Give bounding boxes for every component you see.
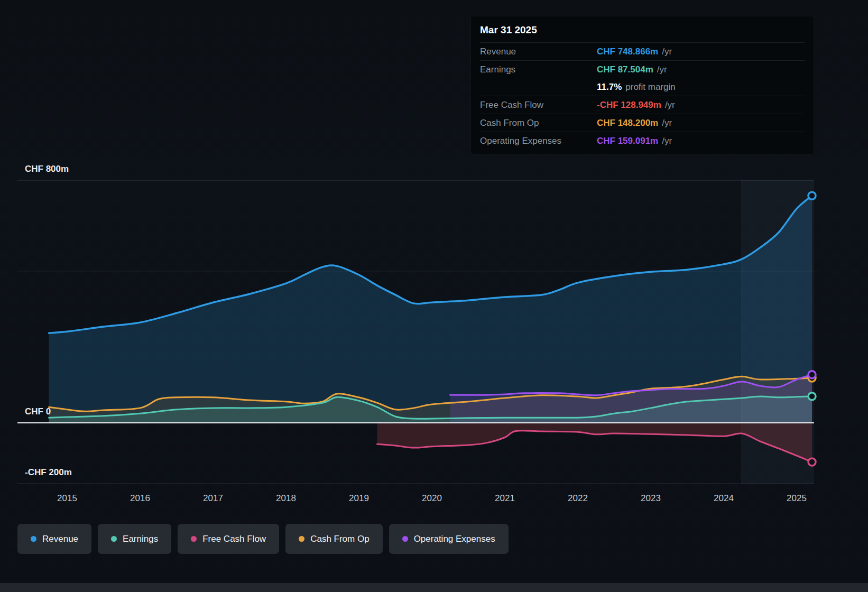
x-axis-tick: 2022 (568, 493, 588, 503)
earnings-end-marker (808, 393, 816, 400)
x-axis-tick: 2020 (422, 493, 442, 503)
y-axis-label: CHF 800m (25, 164, 69, 174)
legend-item-revenue[interactable]: Revenue (17, 524, 91, 554)
x-axis-tick: 2021 (495, 493, 515, 503)
legend-item-free-cash-flow[interactable]: Free Cash Flow (178, 524, 279, 554)
tooltip-suffix: /yr (662, 47, 672, 57)
chart-tooltip: Mar 31 2025 Revenue CHF 748.866m/yr Earn… (470, 16, 814, 154)
page-root: { "tooltip": { "date": "Mar 31 2025", "r… (0, 0, 868, 592)
tooltip-value: 11.7% (597, 82, 622, 92)
x-axis-tick: 2019 (349, 493, 369, 503)
tooltip-row-free-cash-flow: Free Cash Flow -CHF 128.949m/yr (480, 96, 805, 114)
x-axis-tick: 2015 (57, 493, 77, 503)
tooltip-value: CHF 159.091m (597, 136, 658, 146)
operating-expenses-dot-icon (402, 536, 408, 542)
tooltip-label: Revenue (480, 47, 597, 57)
tooltip-row-revenue: Revenue CHF 748.866m/yr (480, 42, 805, 60)
tooltip-label: Cash From Op (480, 118, 597, 128)
revenue-dot-icon (31, 536, 36, 542)
free-cash-flow-dot-icon (191, 536, 197, 542)
tooltip-suffix: /yr (665, 100, 675, 110)
operating-expenses-end-marker (808, 371, 816, 378)
tooltip-suffix: /yr (657, 64, 667, 75)
legend-item-earnings[interactable]: Earnings (98, 524, 171, 554)
tooltip-value: -CHF 128.949m (597, 100, 661, 110)
tooltip-label: Operating Expenses (480, 136, 597, 146)
tooltip-label: Free Cash Flow (480, 100, 597, 110)
free-cash-flow-end-marker (808, 458, 816, 466)
tooltip-row-earnings: Earnings CHF 87.504m/yr (480, 60, 805, 78)
tooltip-row-cash-from-op: Cash From Op CHF 148.200m/yr (480, 114, 805, 132)
legend-item-operating-expenses[interactable]: Operating Expenses (389, 524, 509, 554)
earnings-dot-icon (111, 536, 117, 542)
tooltip-value: CHF 87.504m (597, 64, 653, 75)
cash-from-op-dot-icon (299, 536, 304, 542)
legend-item-label: Revenue (42, 534, 78, 544)
x-axis-tick: 2024 (714, 493, 734, 503)
tooltip-row-operating-expenses: Operating Expenses CHF 159.091m/yr (480, 132, 805, 150)
x-axis-tick: 2016 (130, 493, 150, 503)
chart-legend: Revenue Earnings Free Cash Flow Cash Fro… (17, 524, 509, 554)
legend-item-label: Cash From Op (310, 534, 369, 544)
y-axis-label: CHF 0 (25, 406, 51, 417)
revenue-end-marker (808, 192, 816, 199)
tooltip-date: Mar 31 2025 (480, 16, 805, 42)
tooltip-suffix: /yr (662, 118, 672, 128)
tooltip-value: CHF 148.200m (597, 118, 658, 128)
tooltip-label: Earnings (480, 64, 597, 75)
x-axis-tick: 2023 (641, 493, 661, 503)
tooltip-suffix: profit margin (625, 82, 675, 92)
legend-item-label: Earnings (123, 534, 158, 544)
legend-item-label: Free Cash Flow (202, 534, 266, 544)
section-divider (0, 583, 868, 592)
tooltip-value: CHF 748.866m (597, 47, 658, 57)
x-axis-tick: 2025 (787, 493, 807, 503)
y-axis-label: -CHF 200m (25, 467, 72, 477)
tooltip-suffix: /yr (662, 136, 672, 146)
legend-item-cash-from-op[interactable]: Cash From Op (285, 524, 382, 554)
x-axis-tick: 2018 (276, 493, 296, 503)
x-axis-tick: 2017 (203, 493, 223, 503)
tooltip-row-profit-margin: 11.7%profit margin (480, 78, 805, 96)
legend-item-label: Operating Expenses (414, 534, 495, 544)
